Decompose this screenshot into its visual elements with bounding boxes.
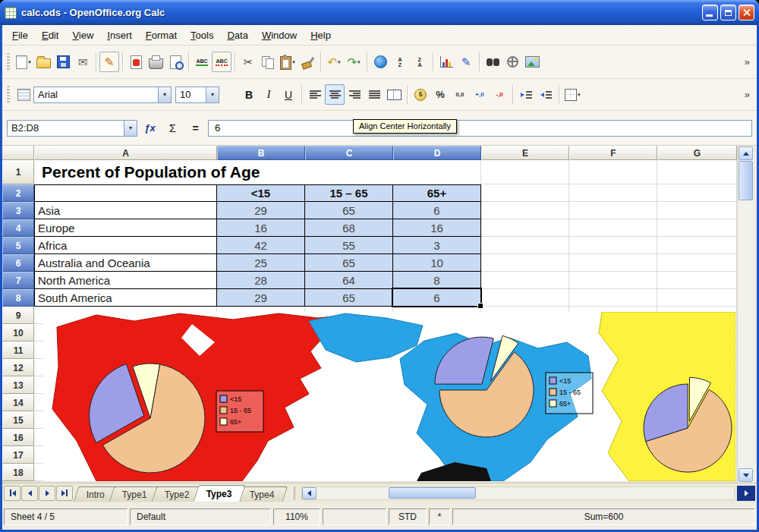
row-header-17[interactable]: 17	[2, 446, 34, 464]
chevron-down-icon[interactable]: ▾	[124, 121, 137, 136]
delete-decimal-button[interactable]: -,0	[490, 84, 509, 105]
vertical-scroll-thumb[interactable]	[739, 161, 753, 200]
cell-E2[interactable]	[481, 184, 569, 202]
cell-C4[interactable]: 68	[305, 219, 393, 237]
row-header-2[interactable]: 2	[2, 184, 34, 202]
cell-C5[interactable]: 55	[305, 237, 393, 254]
next-sheet-button[interactable]	[39, 486, 55, 501]
row-header-15[interactable]: 15	[2, 411, 34, 429]
font-size-combo[interactable]: 10 ▾	[175, 87, 219, 103]
decrease-indent-button[interactable]	[516, 84, 536, 105]
close-button[interactable]	[739, 5, 754, 20]
autospellcheck-button[interactable]: ABC	[212, 52, 231, 72]
minimize-button[interactable]	[702, 5, 718, 20]
row-header-14[interactable]: 14	[2, 394, 34, 411]
toolbar-grip[interactable]	[7, 86, 10, 104]
menu-tools[interactable]: Tools	[184, 27, 220, 44]
menu-help[interactable]: Help	[304, 27, 338, 44]
status-zoom[interactable]: 110%	[273, 508, 320, 525]
cell-B7[interactable]: 28	[217, 272, 305, 289]
scroll-up-button[interactable]	[739, 146, 753, 160]
scroll-right-button[interactable]	[737, 486, 755, 501]
italic-button[interactable]: I	[259, 84, 279, 105]
navigator-button[interactable]	[502, 52, 522, 72]
menu-insert[interactable]: Insert	[100, 27, 139, 44]
row-header-6[interactable]: 6	[2, 254, 34, 272]
currency-button[interactable]: $	[411, 84, 430, 105]
cell-A5[interactable]: Africa	[34, 237, 217, 254]
cell-G2[interactable]	[657, 184, 737, 202]
underline-button[interactable]: U	[279, 84, 298, 105]
sheet-tab-type3[interactable]: Type3	[194, 485, 246, 502]
column-header-C[interactable]: C	[305, 146, 393, 160]
cell-C8[interactable]: 65	[305, 289, 393, 307]
chevron-down-icon[interactable]: ▾	[206, 87, 219, 102]
menu-data[interactable]: Data	[220, 27, 254, 44]
formula-input[interactable]: 6	[208, 120, 752, 137]
styles-button[interactable]	[14, 84, 33, 105]
cell-F3[interactable]	[569, 202, 657, 219]
align-justify-button[interactable]	[364, 84, 384, 105]
row-header-5[interactable]: 5	[2, 237, 34, 254]
cell-E5[interactable]	[481, 237, 569, 254]
percent-button[interactable]: %	[430, 84, 450, 105]
row-header-9[interactable]: 9	[2, 307, 34, 324]
select-all-corner[interactable]	[2, 146, 34, 160]
increase-indent-button[interactable]	[536, 84, 556, 105]
column-header-D[interactable]: D	[393, 146, 481, 160]
cell-D7[interactable]: 8	[393, 272, 481, 289]
cell-E8[interactable]	[481, 289, 569, 307]
previous-sheet-button[interactable]	[21, 486, 38, 501]
align-center-button[interactable]	[325, 84, 345, 105]
bold-button[interactable]: B	[239, 84, 259, 105]
row-header-7[interactable]: 7	[2, 272, 34, 289]
hyperlink-button[interactable]	[370, 52, 390, 72]
row-header-11[interactable]: 11	[2, 342, 34, 359]
merge-cells-button[interactable]	[384, 84, 404, 105]
cell-A6[interactable]: Australia and Oceania	[34, 254, 217, 272]
cell-B6[interactable]: 25	[217, 254, 305, 272]
cells-viewport[interactable]: <1515 - 6565+<1515 - 6565+ Percent of Po…	[34, 160, 737, 481]
status-selection-mode[interactable]: STD	[389, 508, 427, 525]
undo-button[interactable]: ↶▾	[324, 52, 344, 72]
column-header-G[interactable]: G	[657, 146, 737, 160]
cell-G4[interactable]	[657, 219, 737, 237]
cell-B8[interactable]: 29	[217, 289, 305, 307]
cell-G8[interactable]	[657, 289, 737, 307]
row-header-3[interactable]: 3	[2, 202, 34, 219]
scroll-left-button[interactable]	[302, 487, 317, 499]
sheet-tab-type4[interactable]: Type4	[237, 486, 288, 502]
cell-F4[interactable]	[569, 219, 657, 237]
row-header-1[interactable]: 1	[2, 160, 34, 184]
cell-F7[interactable]	[569, 272, 657, 289]
cell-D3[interactable]: 6	[393, 202, 481, 219]
column-header-E[interactable]: E	[481, 146, 569, 160]
email-button[interactable]: ✉	[73, 52, 93, 72]
function-wizard-button[interactable]: ƒx	[140, 119, 160, 137]
column-header-F[interactable]: F	[569, 146, 657, 160]
cut-button[interactable]: ✂	[238, 52, 258, 72]
cell-B5[interactable]: 42	[217, 237, 305, 254]
row-header-12[interactable]: 12	[2, 359, 34, 376]
cell-A8[interactable]: South America	[34, 289, 217, 307]
cell-E6[interactable]	[481, 254, 569, 272]
standard-format-button[interactable]: 0,0	[450, 84, 470, 105]
sum-button[interactable]: Σ	[162, 119, 183, 137]
title-bar[interactable]: calc.ods - OpenOffice.org Calc	[0, 0, 759, 25]
toolbar-overflow-icon[interactable]: »	[742, 56, 753, 68]
menu-format[interactable]: Format	[139, 27, 184, 44]
first-sheet-button[interactable]	[4, 486, 20, 501]
cell-F8[interactable]	[569, 289, 657, 307]
cell-C2[interactable]: 15 – 65	[305, 184, 393, 202]
cell-C7[interactable]: 64	[305, 272, 393, 289]
font-name-combo[interactable]: Arial ▾	[33, 87, 172, 103]
find-replace-button[interactable]	[483, 52, 502, 72]
cell-B3[interactable]: 29	[217, 202, 305, 219]
cell-G7[interactable]	[657, 272, 737, 289]
toolbar-overflow-icon[interactable]: »	[742, 89, 753, 100]
row-header-8[interactable]: 8	[2, 289, 34, 307]
cell-E7[interactable]	[481, 272, 569, 289]
spellcheck-button[interactable]: ABC	[192, 52, 212, 72]
save-button[interactable]	[53, 52, 73, 72]
page-preview-button[interactable]	[165, 52, 185, 72]
